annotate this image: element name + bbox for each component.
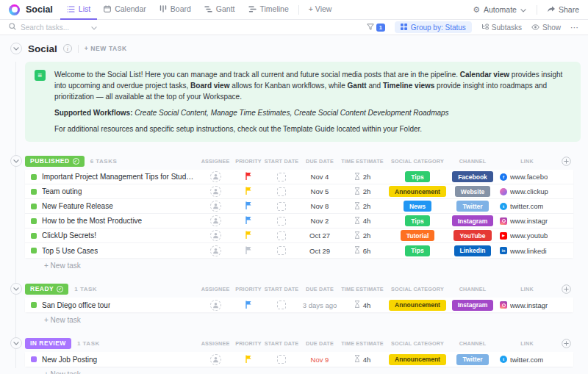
task-row[interactable]: New Job PostingNov 94hAnnouncementTwitte… bbox=[25, 352, 573, 367]
column-header[interactable]: ASSIGNEE bbox=[197, 158, 234, 165]
status-square[interactable] bbox=[31, 174, 37, 180]
channel-badge[interactable]: LinkedIn bbox=[454, 245, 492, 256]
search-box[interactable] bbox=[9, 23, 119, 32]
column-header[interactable]: PRIORITY bbox=[234, 286, 263, 292]
column-header[interactable]: PRIORITY bbox=[234, 340, 263, 347]
channel-badge[interactable]: Facebook bbox=[452, 171, 493, 182]
social-category-badge[interactable]: Tips bbox=[405, 215, 429, 226]
due-date[interactable]: Nov 2 bbox=[311, 217, 329, 225]
social-category-badge[interactable]: Tips bbox=[405, 245, 429, 256]
link-url[interactable]: www.instagr bbox=[510, 301, 548, 309]
assignee-icon[interactable] bbox=[210, 186, 221, 197]
chevron-down-icon[interactable] bbox=[91, 23, 97, 32]
time-estimate[interactable]: 4h bbox=[363, 217, 371, 225]
link-url[interactable]: www.facebo bbox=[510, 173, 548, 181]
column-header[interactable]: START DATE bbox=[263, 340, 300, 347]
link-url[interactable]: www.clickup bbox=[510, 187, 548, 195]
task-name[interactable]: Team outing bbox=[42, 187, 82, 195]
task-name[interactable]: San Diego office tour bbox=[42, 301, 110, 309]
task-row[interactable]: Important Project Management Tips for St… bbox=[25, 170, 573, 184]
calendar-placeholder-icon[interactable] bbox=[277, 202, 286, 211]
status-badge[interactable]: PUBLISHED✓ bbox=[25, 156, 85, 167]
info-icon[interactable]: i bbox=[63, 44, 72, 53]
task-row[interactable]: New Feature ReleaseNov 82hNewsTwitterttw… bbox=[25, 199, 573, 214]
priority-flag-icon[interactable] bbox=[245, 231, 252, 240]
time-estimate[interactable]: 2h bbox=[363, 187, 371, 195]
assignee-icon[interactable] bbox=[210, 245, 221, 256]
priority-flag-icon[interactable] bbox=[245, 172, 252, 181]
channel-badge[interactable]: Twitter bbox=[456, 201, 488, 212]
status-square[interactable] bbox=[31, 233, 37, 239]
link-url[interactable]: www.linkedi bbox=[510, 247, 547, 255]
column-header[interactable]: LINK bbox=[495, 340, 559, 347]
automate-button[interactable]: ⚙ Automate bbox=[473, 5, 526, 15]
time-estimate[interactable]: 2h bbox=[363, 173, 371, 181]
task-row[interactable]: San Diego office tour3 days ago4hAnnounc… bbox=[25, 298, 573, 312]
column-header[interactable]: LINK bbox=[495, 286, 559, 292]
link-url[interactable]: www.instagr bbox=[510, 217, 548, 225]
calendar-placeholder-icon[interactable] bbox=[277, 231, 286, 240]
task-name[interactable]: New Job Posting bbox=[42, 356, 97, 364]
assignee-icon[interactable] bbox=[210, 201, 221, 212]
column-header[interactable]: CHANNEL bbox=[450, 286, 495, 292]
group-expand-icon[interactable] bbox=[10, 337, 22, 349]
social-category-badge[interactable]: Announcement bbox=[389, 186, 446, 197]
add-task-button[interactable]: + New task bbox=[25, 312, 573, 326]
filter-button[interactable]: 1 bbox=[367, 24, 385, 32]
column-header[interactable]: SOCIAL CATEGORY bbox=[385, 286, 450, 292]
column-header[interactable]: START DATE bbox=[263, 158, 300, 165]
show-button[interactable]: Show bbox=[531, 24, 561, 32]
channel-badge[interactable]: Instagram bbox=[452, 215, 494, 226]
social-category-badge[interactable]: Announcement bbox=[389, 300, 446, 311]
calendar-placeholder-icon[interactable] bbox=[277, 301, 286, 309]
task-row[interactable]: Team outingNov 52hAnnouncementWebsitewww… bbox=[25, 184, 573, 199]
column-header[interactable]: TIME ESTIMATE bbox=[340, 340, 385, 347]
due-date[interactable]: Nov 8 bbox=[311, 202, 329, 210]
status-square[interactable] bbox=[31, 204, 37, 209]
channel-badge[interactable]: Instagram bbox=[452, 300, 494, 311]
priority-flag-icon[interactable] bbox=[245, 301, 252, 310]
column-header[interactable]: TIME ESTIMATE bbox=[340, 286, 385, 292]
tab-board[interactable]: Board bbox=[153, 0, 198, 20]
assignee-icon[interactable] bbox=[210, 354, 221, 365]
status-square[interactable] bbox=[31, 356, 37, 362]
due-date[interactable]: Oct 29 bbox=[309, 247, 330, 255]
time-estimate[interactable]: 2h bbox=[363, 202, 371, 210]
link-url[interactable]: www.youtub bbox=[510, 231, 548, 240]
priority-flag-icon[interactable] bbox=[245, 246, 252, 256]
column-header[interactable]: TIME ESTIMATE bbox=[340, 158, 385, 165]
priority-flag-icon[interactable] bbox=[245, 201, 252, 211]
share-button[interactable]: Share bbox=[548, 5, 579, 14]
status-square[interactable] bbox=[31, 189, 37, 195]
add-column-button[interactable] bbox=[559, 157, 573, 166]
column-header[interactable]: CHANNEL bbox=[450, 340, 495, 347]
social-category-badge[interactable]: News bbox=[404, 201, 431, 212]
column-header[interactable]: DUE DATE bbox=[300, 286, 340, 292]
clickup-logo-icon[interactable] bbox=[9, 4, 20, 15]
calendar-placeholder-icon[interactable] bbox=[277, 355, 286, 364]
calendar-placeholder-icon[interactable] bbox=[277, 246, 286, 255]
task-name[interactable]: Top 5 Use Cases bbox=[42, 247, 98, 255]
task-name[interactable]: New Feature Release bbox=[42, 202, 113, 210]
column-header[interactable]: DUE DATE bbox=[300, 340, 340, 347]
add-view-button[interactable]: + View bbox=[302, 0, 339, 20]
add-column-button[interactable] bbox=[559, 339, 573, 348]
assignee-icon[interactable] bbox=[210, 300, 221, 311]
calendar-placeholder-icon[interactable] bbox=[277, 173, 286, 181]
calendar-placeholder-icon[interactable] bbox=[277, 187, 286, 196]
social-category-badge[interactable]: Announcement bbox=[389, 354, 446, 365]
task-name[interactable]: How to be the Most Productive bbox=[42, 217, 142, 225]
column-header[interactable]: PRIORITY bbox=[234, 158, 263, 165]
task-row[interactable]: How to be the Most ProductiveNov 24hTips… bbox=[25, 214, 573, 229]
add-task-button[interactable]: + New task bbox=[25, 258, 573, 271]
status-square[interactable] bbox=[31, 218, 37, 224]
channel-badge[interactable]: YouTube bbox=[453, 230, 491, 241]
time-estimate[interactable]: 6h bbox=[363, 247, 371, 255]
column-header[interactable]: SOCIAL CATEGORY bbox=[385, 158, 450, 165]
priority-flag-icon[interactable] bbox=[245, 216, 252, 226]
group-expand-icon[interactable] bbox=[10, 155, 22, 167]
new-task-button[interactable]: + NEW TASK bbox=[85, 45, 127, 52]
status-square[interactable] bbox=[31, 302, 37, 308]
social-category-badge[interactable]: Tips bbox=[405, 171, 429, 182]
due-date[interactable]: Oct 27 bbox=[309, 231, 330, 240]
